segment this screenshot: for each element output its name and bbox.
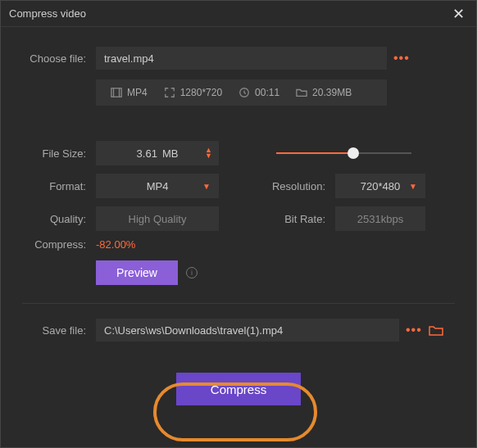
save-file-input[interactable] [96,319,399,342]
settings-right-column: Resolution: 720*480 ▼ Bit Rate: 2531kbps [268,137,455,235]
compress-video-window: Compress video ✕ Choose file: ••• MP4 12… [0,0,477,448]
expand-icon [164,87,175,98]
choose-file-label: Choose file: [22,52,96,65]
format-select[interactable]: MP4 ▼ [96,174,219,198]
svg-rect-0 [111,88,121,97]
file-duration-info: 00:11 [238,87,279,98]
divider [22,303,455,304]
bitrate-row: Bit Rate: 2531kbps [268,202,455,235]
quality-row: Quality: High Quality [22,202,243,235]
quality-value-box: High Quality [96,206,219,231]
settings-left-column: File Size: 3.61 MB ▲▼ Format: MP4 ▼ Qual [22,137,243,235]
titlebar: Compress video ✕ [1,1,476,27]
format-value: MP4 [147,180,169,192]
compress-ratio-label: Compress: [22,238,96,251]
preview-row: Preview i [22,260,455,285]
filesize-label: File Size: [22,147,96,160]
compress-button[interactable]: Compress [176,373,301,405]
quality-label: Quality: [22,213,96,225]
resolution-value: 720*480 [361,180,400,192]
file-duration-value: 00:11 [255,87,279,98]
compress-ratio-row: Compress: -82.00% [22,238,455,251]
filesize-slider-row [268,137,455,170]
content-area: Choose file: ••• MP4 1280*720 00:11 20.3… [1,27,476,405]
file-resolution-value: 1280*720 [180,87,222,98]
choose-file-more-icon[interactable]: ••• [387,51,416,66]
file-info-bar: MP4 1280*720 00:11 20.39MB [96,79,387,106]
filesize-stepper[interactable]: 3.61 MB ▲▼ [96,141,219,165]
close-icon[interactable]: ✕ [447,5,470,23]
open-folder-icon[interactable] [429,324,443,336]
slider-thumb[interactable] [348,147,359,159]
folder-icon [296,87,307,98]
resolution-select[interactable]: 720*480 ▼ [335,174,425,198]
compress-ratio-value: -82.00% [96,238,135,251]
file-size-info: 20.39MB [296,87,352,98]
window-title: Compress video [9,7,86,20]
resolution-row: Resolution: 720*480 ▼ [268,170,455,202]
choose-file-input[interactable] [96,47,387,70]
save-file-label: Save file: [22,324,96,337]
choose-file-row: Choose file: ••• [22,47,455,70]
settings-columns: File Size: 3.61 MB ▲▼ Format: MP4 ▼ Qual [22,137,455,235]
file-format-value: MP4 [127,87,148,98]
chevron-down-icon: ▼ [409,182,417,191]
filesize-row: File Size: 3.61 MB ▲▼ [22,137,243,170]
resolution-label: Resolution: [268,180,335,192]
filesize-value: 3.61 [137,147,157,160]
format-label: Format: [22,180,96,192]
bitrate-label: Bit Rate: [268,213,335,225]
filesize-slider[interactable] [276,147,411,160]
save-file-more-icon[interactable]: ••• [399,323,429,337]
quality-value: High Quality [129,213,187,225]
file-resolution-info: 1280*720 [164,87,222,98]
bottom-area: Compress [22,364,455,405]
filesize-unit: MB [162,147,179,160]
spinner-arrows-icon[interactable]: ▲▼ [205,147,212,159]
format-row: Format: MP4 ▼ [22,170,243,202]
slider-fill [276,152,353,154]
file-size-value: 20.39MB [312,87,352,98]
chevron-down-icon: ▼ [202,182,211,191]
file-format-info: MP4 [111,87,148,98]
save-file-row: Save file: ••• [22,319,455,342]
clock-icon [238,87,250,98]
bitrate-value: 2531kbps [357,213,403,225]
bitrate-value-box: 2531kbps [335,206,425,231]
film-icon [111,87,122,98]
preview-button[interactable]: Preview [96,260,178,285]
info-icon[interactable]: i [186,267,198,278]
